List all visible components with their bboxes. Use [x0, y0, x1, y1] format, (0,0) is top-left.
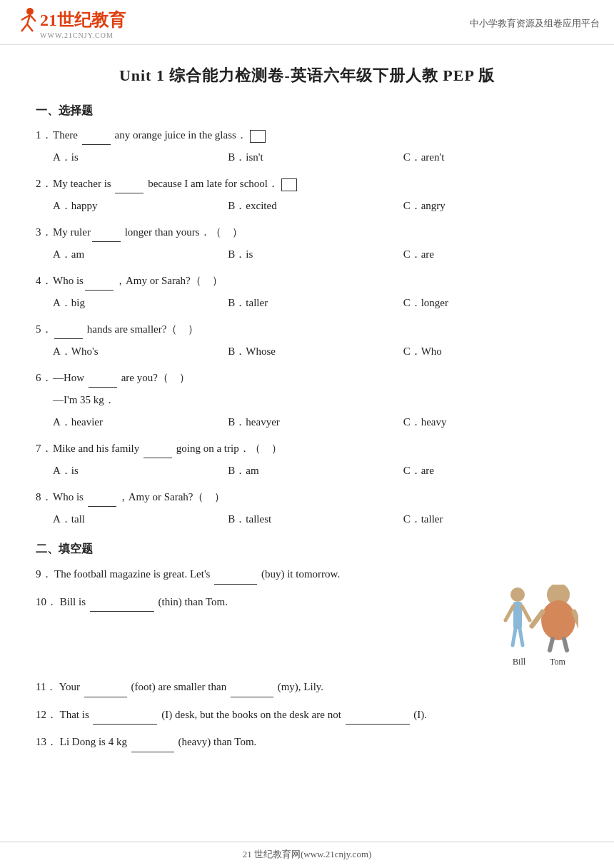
svg-line-10: [513, 629, 515, 645]
q12-num: 12．: [36, 709, 57, 720]
question-12: 12． That is (I) desk, but the books on t…: [36, 705, 578, 725]
q6-options: A．heavier B．heavyer C．heavy: [53, 413, 578, 432]
q6-num: 6．: [36, 368, 53, 388]
q1-num: 1．: [36, 126, 53, 145]
question-7: 7． Mike and his family going on a trip．（…: [36, 439, 578, 480]
q9-num: 9．: [36, 568, 52, 580]
q8-text: Who is ，Amy or Sarah?（ ）: [53, 488, 578, 507]
question-6: 6． —How are you?（ ） —I'm 35 kg． A．heavie…: [36, 368, 578, 432]
bill-tom-svg: [500, 585, 578, 652]
q2-text: My teacher is because I am late for scho…: [53, 174, 578, 193]
q7-opt-b: B．am: [228, 461, 403, 480]
q8-opt-c: C．taller: [403, 510, 578, 529]
q13-num: 13．: [36, 736, 57, 747]
question-10: Bill Tom 10． Bill is (thin) than Tom.: [36, 592, 578, 670]
section2-title: 二、填空题: [36, 542, 578, 557]
q8-opt-a: A．tall: [53, 510, 228, 529]
q1-opt-c: C．aren't: [403, 148, 578, 167]
svg-point-0: [26, 8, 34, 15]
footer-text: 21 世纪教育网(www.21cnjy.com): [243, 849, 372, 859]
question-11: 11． Your (foot) are smaller than (my), L…: [36, 677, 578, 697]
logo-21: 21世纪教育: [40, 9, 126, 31]
q4-num: 4．: [36, 271, 53, 291]
svg-line-8: [505, 606, 513, 620]
q4-opt-a: A．big: [53, 293, 228, 313]
bill-tom-image: Bill Tom: [500, 585, 578, 670]
q4-options: A．big B．taller C．longer: [53, 293, 578, 313]
q5-num: 5．: [36, 320, 53, 339]
q8-num: 8．: [36, 488, 53, 507]
q1-text: There any orange juice in the glass．: [53, 126, 578, 145]
svg-line-2: [21, 24, 27, 31]
q3-text: My ruler longer than yours．（ ）: [53, 223, 578, 242]
question-2: 2． My teacher is because I am late for s…: [36, 174, 578, 216]
q3-opt-a: A．am: [53, 245, 228, 264]
tom-label: Tom: [550, 654, 565, 670]
logo-area: 21世纪教育 WWW.21CNJY.COM: [14, 7, 126, 40]
q5-text: hands are smaller?（ ）: [53, 320, 578, 339]
question-4: 4． Who is，Amy or Sarah?（ ） A．big B．talle…: [36, 271, 578, 313]
q5-opt-b: B．Whose: [228, 342, 403, 361]
q1-opt-b: B．isn't: [228, 148, 403, 167]
header-subtitle: 中小学教育资源及组卷应用平台: [470, 17, 600, 30]
q10-num: 10．: [36, 596, 57, 607]
section2: 二、填空题 9． The football magazine is great.…: [36, 542, 578, 752]
q3-num: 3．: [36, 223, 53, 242]
q5-options: A．Who's B．Whose C．Who: [53, 342, 578, 361]
q7-text: Mike and his family going on a trip．（ ）: [53, 439, 578, 458]
q6-opt-a: A．heavier: [53, 413, 228, 432]
q2-opt-b: B．excited: [228, 196, 403, 216]
svg-point-13: [541, 600, 575, 640]
svg-line-5: [30, 15, 36, 21]
q3-options: A．am B．is C．are: [53, 245, 578, 264]
content-area: 一、选择题 1． There any orange juice in the g…: [0, 104, 614, 788]
q7-num: 7．: [36, 439, 53, 458]
q6-text: —How are you?（ ）: [53, 368, 578, 388]
svg-line-9: [522, 606, 530, 620]
svg-line-3: [27, 24, 33, 31]
q7-opt-a: A．is: [53, 461, 228, 480]
q2-options: A．happy B．excited C．angry: [53, 196, 578, 216]
q5-opt-c: C．Who: [403, 342, 578, 361]
question-9: 9． The football magazine is great. Let's…: [36, 564, 578, 585]
q1-options: A．is B．isn't C．aren't: [53, 148, 578, 167]
q5-opt-a: A．Who's: [53, 342, 228, 361]
svg-line-11: [520, 629, 523, 645]
q2-opt-c: C．angry: [403, 196, 578, 216]
runner-icon: [14, 7, 40, 40]
logo-url: WWW.21CNJY.COM: [40, 31, 114, 39]
q2-opt-a: A．happy: [53, 196, 228, 216]
section1-title: 一、选择题: [36, 104, 578, 118]
header: 21世纪教育 WWW.21CNJY.COM 中小学教育资源及组卷应用平台: [0, 0, 614, 45]
question-3: 3． My ruler longer than yours．（ ） A．am B…: [36, 223, 578, 264]
q1-opt-a: A．is: [53, 148, 228, 167]
bill-tom-labels: Bill Tom: [513, 654, 565, 670]
footer: 21 世纪教育网(www.21cnjy.com): [0, 842, 614, 868]
q7-opt-c: C．are: [403, 461, 578, 480]
page-title: Unit 1 综合能力检测卷-英语六年级下册人教 PEP 版: [14, 65, 600, 86]
q8-opt-b: B．tallest: [228, 510, 403, 529]
svg-line-17: [564, 639, 567, 650]
q4-opt-c: C．longer: [403, 293, 578, 313]
question-1: 1． There any orange juice in the glass． …: [36, 126, 578, 167]
svg-point-6: [510, 587, 525, 602]
q8-options: A．tall B．tallest C．taller: [53, 510, 578, 529]
q11-num: 11．: [36, 681, 56, 692]
q7-options: A．is B．am C．are: [53, 461, 578, 480]
svg-line-14: [532, 612, 543, 626]
logo-text-box: 21世纪教育 WWW.21CNJY.COM: [40, 9, 126, 39]
q6-opt-c: C．heavy: [403, 413, 578, 432]
q4-opt-b: B．taller: [228, 293, 403, 313]
bill-label: Bill: [513, 654, 525, 670]
q4-text: Who is，Amy or Sarah?（ ）: [53, 271, 578, 291]
q2-num: 2．: [36, 174, 53, 193]
svg-line-16: [550, 639, 553, 650]
question-8: 8． Who is ，Amy or Sarah?（ ） A．tall B．tal…: [36, 488, 578, 529]
question-5: 5． hands are smaller?（ ） A．Who's B．Whose…: [36, 320, 578, 361]
q6-opt-b: B．heavyer: [228, 413, 403, 432]
q3-opt-c: C．are: [403, 245, 578, 264]
question-13: 13． Li Dong is 4 kg (heavy) than Tom.: [36, 732, 578, 752]
q3-opt-b: B．is: [228, 245, 403, 264]
q6-subtext: —I'm 35 kg．: [53, 390, 578, 410]
